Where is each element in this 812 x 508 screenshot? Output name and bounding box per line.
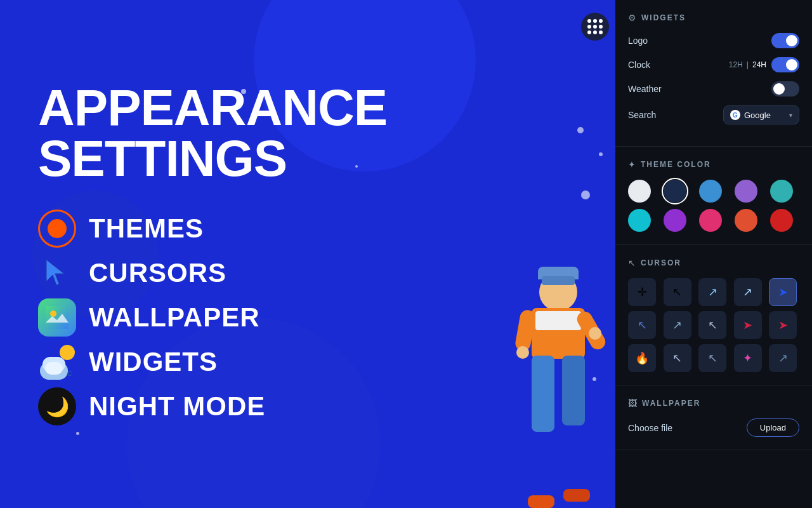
widgets-section-header: ⚙ WIDGETS bbox=[628, 13, 799, 23]
cursor-item-c11[interactable]: 🔥 bbox=[628, 344, 656, 372]
menu-item-themes[interactable]: Themes bbox=[38, 210, 393, 248]
weather-toggle-knob bbox=[773, 83, 785, 95]
theme-color-title: THEME COLOR bbox=[641, 160, 711, 169]
left-section: Appearance Settings Themes Cursors bbox=[0, 0, 431, 508]
color-swatch-violet[interactable] bbox=[664, 209, 686, 232]
wallpaper-row: Choose file Upload bbox=[628, 418, 799, 437]
wallpaper-label: Wallpaper bbox=[89, 302, 260, 333]
logo-toggle[interactable] bbox=[771, 33, 799, 48]
choose-file-label: Choose file bbox=[628, 423, 672, 433]
grid-dot bbox=[587, 19, 591, 23]
svg-marker-0 bbox=[46, 260, 64, 285]
clock-row: Clock 12H | 24H bbox=[628, 57, 799, 72]
color-swatch-navy[interactable] bbox=[664, 180, 686, 203]
theme-color-icon: ✦ bbox=[628, 159, 636, 170]
widgets-section-icon: ⚙ bbox=[628, 13, 636, 23]
cursor-item-c15[interactable]: ↗ bbox=[769, 344, 797, 372]
cursor-item-c10[interactable]: ➤ bbox=[769, 311, 797, 339]
color-swatch-orange[interactable] bbox=[735, 209, 757, 232]
widgets-label: Widgets bbox=[89, 347, 218, 377]
cursor-item-c7[interactable]: ↗ bbox=[664, 311, 691, 339]
color-grid bbox=[628, 180, 799, 232]
wallpaper-icon bbox=[38, 298, 76, 337]
cursor-section-icon: ↖ bbox=[628, 258, 636, 268]
cursor-item-c3[interactable]: ↗ bbox=[698, 278, 726, 306]
color-swatch-teal[interactable] bbox=[770, 180, 793, 203]
svg-point-2 bbox=[50, 311, 56, 317]
menu-item-wallpaper[interactable]: Wallpaper bbox=[38, 298, 393, 337]
cursor-item-c1[interactable]: ✛ bbox=[628, 278, 656, 306]
clock-toggle-knob bbox=[786, 59, 797, 70]
nightmode-icon: 🌙 bbox=[38, 387, 76, 425]
dropdown-arrow-icon: ▾ bbox=[789, 112, 792, 119]
themes-label: Themes bbox=[89, 213, 204, 244]
search-label: Search bbox=[628, 110, 656, 120]
cursor-item-c2[interactable]: ↖ bbox=[664, 278, 691, 306]
menu-item-cursors[interactable]: Cursors bbox=[38, 254, 393, 292]
color-swatch-pink[interactable] bbox=[699, 209, 722, 232]
cursor-item-c13[interactable]: ↖ bbox=[698, 344, 726, 372]
clock-24h[interactable]: 24H bbox=[752, 60, 766, 69]
clock-right: 12H | 24H bbox=[729, 57, 799, 72]
wallpaper-icon-small: 🖼 bbox=[628, 398, 637, 408]
nightmode-label: Night Mode bbox=[89, 391, 265, 422]
theme-color-section: ✦ THEME COLOR bbox=[615, 147, 812, 245]
menu-list: Themes Cursors bbox=[38, 210, 393, 425]
clock-12h[interactable]: 12H bbox=[729, 60, 743, 69]
cursor-section: ↖ CURSOR ✛↖↗↗➤↖↗↖➤➤🔥↖↖✦↗ bbox=[615, 245, 812, 385]
color-swatch-blue[interactable] bbox=[699, 180, 722, 203]
dot-6 bbox=[599, 152, 603, 156]
grid-dot bbox=[599, 19, 603, 23]
grid-dot bbox=[593, 30, 597, 34]
grid-dots bbox=[587, 19, 603, 34]
search-engine-label: Google bbox=[744, 110, 785, 120]
cursors-icon bbox=[38, 254, 76, 292]
logo-label: Logo bbox=[628, 36, 648, 46]
widgets-section-title: WIDGETS bbox=[641, 13, 686, 22]
wallpaper-section: 🖼 WALLPAPER Choose file Upload bbox=[615, 385, 812, 450]
widgets-icon: C bbox=[38, 343, 76, 381]
widgets-section: ⚙ WIDGETS Logo Clock 12H | 24H bbox=[615, 0, 812, 147]
cursor-item-c9[interactable]: ➤ bbox=[734, 311, 762, 339]
cursor-item-c8[interactable]: ↖ bbox=[698, 311, 726, 339]
right-panel: ⚙ WIDGETS Logo Clock 12H | 24H bbox=[615, 0, 812, 508]
page-title: Appearance Settings bbox=[38, 83, 393, 184]
grid-dot bbox=[587, 30, 591, 34]
cursor-item-c14[interactable]: ✦ bbox=[734, 344, 762, 372]
search-row: Search G Google ▾ bbox=[628, 105, 799, 124]
weather-row: Weather bbox=[628, 81, 799, 97]
clock-options: 12H | 24H bbox=[729, 60, 766, 69]
clock-toggle[interactable] bbox=[771, 57, 799, 72]
cursor-item-c12[interactable]: ↖ bbox=[664, 344, 691, 372]
grid-button[interactable] bbox=[581, 13, 609, 41]
cursor-item-c4[interactable]: ↗ bbox=[734, 278, 762, 306]
grid-dot bbox=[587, 25, 591, 29]
cursor-section-header: ↖ CURSOR bbox=[628, 258, 799, 268]
wallpaper-section-header: 🖼 WALLPAPER bbox=[628, 398, 799, 408]
grid-dot bbox=[593, 19, 597, 23]
cursor-item-c5[interactable]: ➤ bbox=[769, 278, 797, 306]
theme-color-header: ✦ THEME COLOR bbox=[628, 159, 799, 170]
menu-item-nightmode[interactable]: 🌙 Night Mode bbox=[38, 387, 393, 425]
google-icon: G bbox=[730, 110, 740, 120]
dot-5 bbox=[577, 127, 584, 133]
cursors-label: Cursors bbox=[89, 258, 226, 288]
color-swatch-cyan[interactable] bbox=[628, 209, 651, 232]
clock-label: Clock bbox=[628, 60, 650, 70]
upload-button[interactable]: Upload bbox=[747, 418, 799, 437]
weather-toggle[interactable] bbox=[771, 81, 799, 97]
clock-divider: | bbox=[747, 60, 749, 69]
cursor-item-c6[interactable]: ↖ bbox=[628, 311, 656, 339]
3d-character bbox=[508, 254, 609, 508]
search-dropdown[interactable]: G Google ▾ bbox=[723, 105, 799, 124]
svg-rect-1 bbox=[46, 306, 69, 329]
wallpaper-section-title: WALLPAPER bbox=[642, 399, 700, 408]
color-swatch-red[interactable] bbox=[770, 209, 793, 232]
grid-dot bbox=[599, 30, 603, 34]
color-swatch-purple[interactable] bbox=[735, 180, 757, 203]
color-swatch-white[interactable] bbox=[628, 180, 651, 203]
menu-item-widgets[interactable]: C Widgets bbox=[38, 343, 393, 381]
cursor-section-title: CURSOR bbox=[641, 258, 681, 267]
logo-row: Logo bbox=[628, 33, 799, 48]
weather-label: Weather bbox=[628, 84, 662, 94]
